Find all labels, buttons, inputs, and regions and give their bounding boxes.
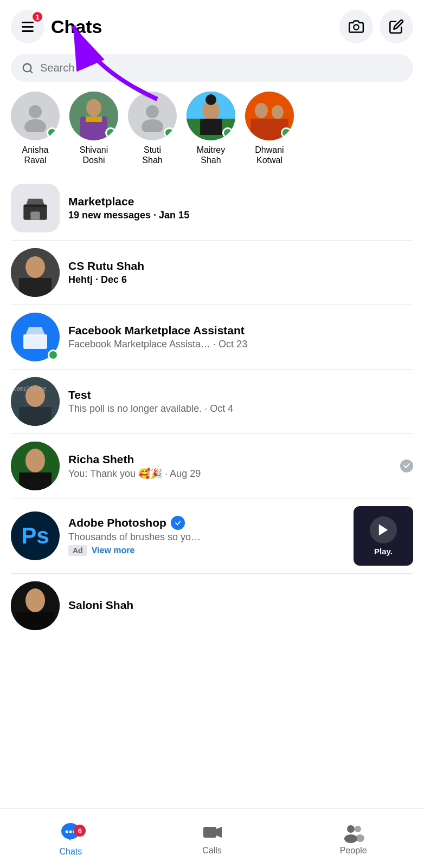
svg-rect-39 (16, 612, 54, 630)
nav-label-chats: Chats (59, 847, 82, 857)
bottom-nav: 6 Chats Calls People (0, 808, 424, 868)
chat-name: Adobe Photoshop (68, 516, 345, 530)
compose-button[interactable] (380, 10, 413, 43)
search-input[interactable] (40, 62, 402, 74)
svg-rect-44 (203, 827, 216, 838)
svg-point-10 (146, 105, 159, 118)
story-name: DhwaniKotwal (255, 145, 284, 165)
story-name: AnishaRaval (22, 145, 49, 165)
svg-point-46 (347, 825, 355, 833)
chat-info: Facebook Marketplace Assistant Facebook … (68, 324, 413, 350)
story-name: MaitreyShah (197, 145, 225, 165)
play-button[interactable] (370, 516, 397, 543)
svg-text:compliance: compliance (14, 386, 46, 392)
svg-rect-28 (23, 334, 47, 336)
view-more-link[interactable]: View more (92, 546, 135, 555)
story-item[interactable]: AnishaRaval (11, 92, 60, 165)
chats-badge: 6 (74, 825, 86, 837)
chat-preview: You: Thank you 🥰🎉 · Aug 29 (68, 468, 391, 480)
nav-item-chats[interactable]: 6 Chats (0, 809, 142, 868)
story-avatar-shivani (69, 92, 118, 140)
svg-point-18 (255, 103, 268, 118)
chat-preview: 19 new messages · Jan 15 (68, 210, 413, 221)
story-avatar-anisha (11, 92, 60, 140)
online-indicator (222, 127, 233, 138)
svg-point-25 (25, 256, 45, 278)
chat-name: Facebook Marketplace Assistant (68, 324, 413, 337)
chat-name: Marketplace (68, 195, 413, 208)
svg-point-41 (66, 831, 68, 833)
story-item[interactable]: DhwaniKotwal (245, 92, 294, 165)
svg-point-34 (25, 449, 45, 472)
svg-point-16 (205, 94, 216, 105)
story-avatar-stuti (128, 92, 177, 140)
svg-point-0 (354, 25, 358, 30)
chat-preview: Thousands of brushes so yo… (68, 532, 345, 543)
chat-name: Richa Sheth (68, 453, 391, 466)
person-icon (19, 100, 52, 132)
list-item[interactable]: Ps Adobe Photoshop Thousands of brushes … (0, 498, 424, 573)
chat-name: Saloni Shah (68, 599, 413, 612)
stories-row: AnishaRaval ShivaniDoshi StutiShah (0, 92, 424, 176)
page-title: Chats (51, 16, 339, 37)
search-input-wrap[interactable] (11, 54, 413, 82)
svg-point-38 (25, 588, 45, 612)
svg-point-47 (344, 834, 357, 843)
svg-rect-22 (30, 212, 40, 220)
list-item[interactable]: compliance Test This poll is no longer a… (0, 370, 424, 433)
svg-point-42 (69, 831, 72, 833)
search-bar (11, 54, 413, 82)
list-item[interactable]: Facebook Marketplace Assistant Facebook … (0, 305, 424, 369)
story-avatar-maitrey (187, 92, 235, 140)
camera-button[interactable] (339, 10, 373, 43)
svg-marker-36 (379, 524, 388, 535)
nav-icon-wrap: 6 (60, 820, 81, 844)
svg-rect-9 (86, 116, 102, 122)
test-photo: compliance (11, 377, 60, 426)
story-item[interactable]: StutiShah (128, 92, 177, 165)
chat-preview: Facebook Marketplace Assista… · Oct 23 (68, 339, 413, 350)
checkmark-icon (402, 462, 411, 470)
chat-avatar-adobe: Ps (11, 511, 60, 560)
rutu-photo (11, 248, 60, 297)
play-icon (376, 522, 391, 537)
list-item[interactable]: CS Rutu Shah Hehtj · Dec 6 (0, 241, 424, 305)
chat-avatar-fbmp (11, 313, 60, 361)
online-indicator (47, 127, 57, 138)
chat-name: CS Rutu Shah (68, 260, 413, 273)
nav-item-people[interactable]: People (282, 809, 424, 868)
chat-info: Richa Sheth You: Thank you 🥰🎉 · Aug 29 (68, 453, 391, 480)
story-item[interactable]: MaitreyShah (187, 92, 235, 165)
chat-info: Test This poll is no longer available. ·… (68, 388, 413, 414)
svg-point-4 (29, 105, 42, 118)
chat-avatar-saloni (11, 581, 60, 630)
adobe-ps-logo: Ps (21, 523, 49, 549)
list-item[interactable]: Saloni Shah (0, 574, 424, 638)
chat-avatar-richa (11, 442, 60, 490)
svg-marker-45 (216, 827, 222, 838)
list-item[interactable]: Marketplace 19 new messages · Jan 15 (0, 176, 424, 240)
svg-rect-23 (23, 205, 47, 207)
story-name: StutiShah (142, 145, 162, 165)
nav-item-calls[interactable]: Calls (142, 809, 283, 868)
chat-info: Marketplace 19 new messages · Jan 15 (68, 195, 413, 221)
story-name: ShivaniDoshi (80, 145, 108, 165)
svg-line-3 (30, 70, 32, 73)
story-item[interactable]: ShivaniDoshi (69, 92, 118, 165)
header: 1 Chats (0, 0, 424, 49)
compose-icon (389, 19, 404, 34)
online-indicator (48, 349, 59, 360)
svg-rect-35 (19, 472, 52, 490)
verified-badge (171, 516, 185, 530)
svg-rect-31 (19, 407, 52, 426)
online-indicator (105, 127, 116, 138)
svg-rect-27 (23, 335, 47, 349)
svg-rect-26 (19, 278, 52, 297)
list-item[interactable]: Richa Sheth You: Thank you 🥰🎉 · Aug 29 (0, 434, 424, 498)
svg-point-49 (356, 834, 364, 842)
marketplace-avatar (11, 184, 60, 232)
svg-point-5 (24, 119, 46, 132)
menu-button[interactable]: 1 (11, 10, 44, 43)
hamburger-icon (22, 22, 34, 32)
richa-photo (11, 442, 60, 490)
